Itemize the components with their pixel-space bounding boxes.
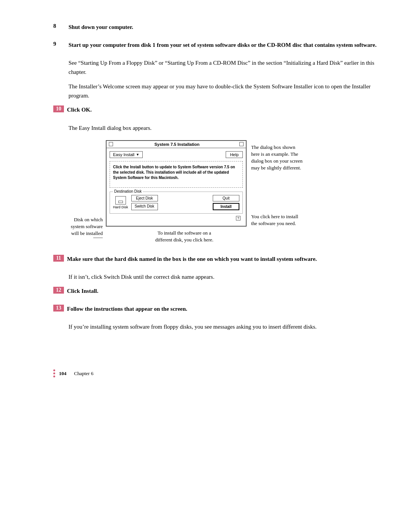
dest-disk-buttons: Eject Disk Quit Switch Disk: [131, 195, 239, 210]
install-button[interactable]: Install: [213, 203, 239, 210]
dest-row-bottom: Switch Disk Install: [131, 203, 239, 210]
dialog-body-text-content: Click the Install button to update to Sy…: [113, 165, 235, 180]
step-11-text: Make sure that the hard disk named in th…: [67, 255, 381, 264]
right-annotation-bottom: You click here to install the software y…: [251, 213, 320, 227]
step-8-row: 8 Shut down your computer.: [53, 23, 381, 35]
dialog-body: Easy Install ▼ Help Click the Install bu…: [107, 148, 246, 226]
dialog-zoom-box: [239, 142, 244, 146]
dialog-corner-icon: ?: [236, 216, 241, 220]
dialog-top-row: Easy Install ▼ Help: [110, 151, 243, 158]
destination-disk-section: Destination Disk Hard Disk: [110, 192, 243, 214]
step-12-text: Click Install.: [67, 287, 381, 296]
eject-disk-button[interactable]: Eject Disk: [131, 195, 158, 201]
left-annotation: Disk on which system software will be in…: [53, 140, 103, 238]
paragraph-floppy: If you’re installing system software fro…: [53, 322, 381, 331]
step-10-content: Click OK.: [67, 105, 381, 118]
step-9-number: 9: [53, 41, 68, 47]
easy-install-dropdown[interactable]: Easy Install ▼: [110, 151, 143, 158]
step-11-row: 11 Make sure that the hard disk named in…: [53, 255, 381, 267]
dropdown-arrow-icon: ▼: [136, 153, 139, 157]
dest-row-top: Eject Disk Quit: [131, 195, 239, 201]
bottom-annotation: To install the software on a different d…: [155, 230, 213, 243]
paragraph-if: If it isn’t, click Switch Disk until the…: [53, 272, 381, 281]
page-content: 8 Shut down your computer. 9 Start up yo…: [30, 23, 381, 377]
paragraph-2: The Installer’s Welcome screen may appea…: [53, 82, 381, 100]
dest-disk-inner: Hard Disk Eject Disk Quit: [113, 195, 239, 210]
step-9-row: 9 Start up your computer from disk 1 fro…: [53, 41, 381, 53]
step-13-row: 13 Follow the instructions that appear o…: [53, 305, 381, 317]
step-8-content: Shut down your computer.: [68, 23, 381, 35]
dialog-box: System 7.5 Installation Easy Install ▼ H…: [106, 140, 247, 227]
step-10-text: Click OK.: [67, 105, 381, 114]
right-annotations: The dialog box shown here is an example.…: [251, 140, 320, 227]
disk-icon-area: Hard Disk: [113, 196, 128, 209]
footer-dot-2: [53, 372, 55, 374]
step-12-number: 12: [53, 287, 64, 294]
dialog-body-text: Click the Install button to update to Sy…: [110, 161, 243, 188]
destination-disk-label: Destination Disk: [113, 189, 143, 193]
disk-icon: [115, 196, 126, 204]
footer-dot-3: [53, 375, 55, 377]
footer: 104 Chapter 6: [53, 362, 381, 377]
step-10-row: 10 Click OK.: [53, 105, 381, 118]
disk-name-label: Hard Disk: [113, 205, 128, 209]
step-12-row: 12 Click Install.: [53, 287, 381, 299]
step-13-content: Follow the instructions that appear on t…: [67, 305, 381, 317]
dialog-intro: The Easy Install dialog box appears.: [53, 123, 381, 133]
dialog-close-box: [109, 142, 113, 146]
step-8-text: Shut down your computer.: [68, 23, 381, 32]
switch-disk-button[interactable]: Switch Disk: [131, 203, 158, 210]
right-annotation-top: The dialog box shown here is an example.…: [251, 144, 320, 172]
easy-install-label: Easy Install: [113, 152, 134, 157]
help-button[interactable]: Help: [226, 151, 243, 158]
step-11-number: 11: [53, 255, 64, 262]
step-10-number: 10: [53, 105, 64, 112]
step-9-content: Start up your computer from disk 1 from …: [68, 41, 381, 53]
step-9-text: Start up your computer from disk 1 from …: [68, 41, 381, 50]
step-13-number: 13: [53, 305, 64, 312]
dialog-area: Disk on which system software will be in…: [53, 140, 381, 243]
step-13-text: Follow the instructions that appear on t…: [67, 305, 381, 313]
step-11-content: Make sure that the hard disk named in th…: [67, 255, 381, 267]
footer-chapter: Chapter 6: [74, 371, 94, 377]
dialog-titlebar: System 7.5 Installation: [107, 141, 246, 148]
footer-dots: [53, 369, 55, 377]
step-8-number: 8: [53, 23, 68, 29]
quit-button[interactable]: Quit: [213, 195, 239, 201]
paragraph-1: See “Starting Up From a Floppy Disk” or …: [53, 58, 381, 77]
step-12-content: Click Install.: [67, 287, 381, 299]
footer-page-number: 104: [59, 371, 67, 377]
dialog-title: System 7.5 Installation: [115, 142, 239, 147]
footer-dot-1: [53, 369, 55, 371]
